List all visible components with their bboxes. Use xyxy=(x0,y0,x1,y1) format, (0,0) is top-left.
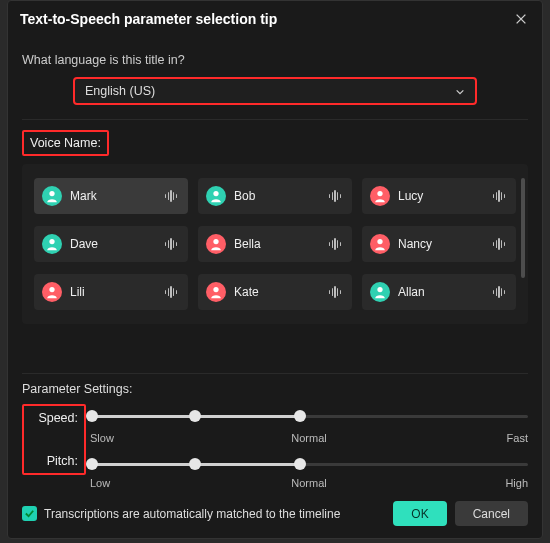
modal-footer: Transcriptions are automatically matched… xyxy=(8,493,542,538)
waveform-icon[interactable] xyxy=(490,237,508,251)
modal-title: Text-to-Speech parameter selection tip xyxy=(20,11,277,27)
modal-header: Text-to-Speech parameter selection tip xyxy=(8,1,542,37)
tts-modal: Text-to-Speech parameter selection tip W… xyxy=(7,0,543,539)
voice-name-label: Kate xyxy=(234,285,326,299)
parameter-settings-label: Parameter Settings: xyxy=(22,382,528,396)
voice-name-label: Allan xyxy=(398,285,490,299)
avatar xyxy=(370,282,390,302)
waveform-icon[interactable] xyxy=(490,189,508,203)
slider-knob[interactable] xyxy=(294,458,306,470)
divider xyxy=(22,119,528,120)
waveform-icon[interactable] xyxy=(326,237,344,251)
voice-card-lili[interactable]: Lili xyxy=(34,274,188,310)
waveform-icon[interactable] xyxy=(162,189,180,203)
svg-point-0 xyxy=(49,191,54,196)
voice-name-label: Lili xyxy=(70,285,162,299)
svg-point-4 xyxy=(213,239,218,244)
pitch-label: Pitch: xyxy=(24,449,84,473)
speed-ticks: Slow Normal Fast xyxy=(90,432,528,448)
avatar xyxy=(206,282,226,302)
voice-card-allan[interactable]: Allan xyxy=(362,274,516,310)
slider-knob[interactable] xyxy=(189,410,201,422)
ok-button[interactable]: OK xyxy=(393,501,446,526)
svg-point-2 xyxy=(377,191,382,196)
avatar xyxy=(206,186,226,206)
voice-name-label: Voice Name: xyxy=(22,130,109,156)
voice-card-bob[interactable]: Bob xyxy=(198,178,352,214)
pitch-slider[interactable] xyxy=(90,455,528,473)
pitch-ticks: Low Normal High xyxy=(90,477,528,493)
avatar xyxy=(206,234,226,254)
chevron-down-icon xyxy=(455,86,465,96)
speed-slider[interactable] xyxy=(90,407,528,425)
scrollbar[interactable] xyxy=(521,178,525,284)
slider-knob[interactable] xyxy=(86,410,98,422)
svg-point-7 xyxy=(213,287,218,292)
param-labels-highlight: Speed: Pitch: xyxy=(22,404,86,475)
scroll-thumb[interactable] xyxy=(521,178,525,278)
avatar xyxy=(370,186,390,206)
voice-card-kate[interactable]: Kate xyxy=(198,274,352,310)
voice-card-mark[interactable]: Mark xyxy=(34,178,188,214)
waveform-icon[interactable] xyxy=(490,285,508,299)
transcription-checkbox-label: Transcriptions are automatically matched… xyxy=(44,507,385,521)
language-prompt: What language is this title in? xyxy=(22,53,528,67)
waveform-icon[interactable] xyxy=(162,285,180,299)
voice-name-label: Bella xyxy=(234,237,326,251)
avatar xyxy=(42,282,62,302)
waveform-icon[interactable] xyxy=(326,285,344,299)
svg-point-6 xyxy=(49,287,54,292)
voice-name-label: Lucy xyxy=(398,189,490,203)
slider-knob[interactable] xyxy=(86,458,98,470)
avatar xyxy=(370,234,390,254)
avatar xyxy=(42,186,62,206)
voice-card-bella[interactable]: Bella xyxy=(198,226,352,262)
voice-name-label: Nancy xyxy=(398,237,490,251)
waveform-icon[interactable] xyxy=(162,237,180,251)
divider xyxy=(22,373,528,374)
cancel-button[interactable]: Cancel xyxy=(455,501,528,526)
transcription-checkbox[interactable] xyxy=(22,506,37,521)
language-select[interactable]: English (US) xyxy=(73,77,477,105)
slider-knob[interactable] xyxy=(189,458,201,470)
speed-label: Speed: xyxy=(24,406,84,430)
avatar xyxy=(42,234,62,254)
voice-card-dave[interactable]: Dave xyxy=(34,226,188,262)
voice-panel: MarkBobLucyDaveBellaNancyLiliKateAllan xyxy=(22,164,528,324)
close-icon[interactable] xyxy=(512,10,530,28)
voice-card-nancy[interactable]: Nancy xyxy=(362,226,516,262)
svg-point-5 xyxy=(377,239,382,244)
slider-knob[interactable] xyxy=(294,410,306,422)
svg-point-3 xyxy=(49,239,54,244)
voice-name-label: Dave xyxy=(70,237,162,251)
language-selected: English (US) xyxy=(85,84,155,98)
svg-point-1 xyxy=(213,191,218,196)
voice-name-label: Mark xyxy=(70,189,162,203)
svg-point-8 xyxy=(377,287,382,292)
waveform-icon[interactable] xyxy=(326,189,344,203)
voice-card-lucy[interactable]: Lucy xyxy=(362,178,516,214)
voice-name-label: Bob xyxy=(234,189,326,203)
